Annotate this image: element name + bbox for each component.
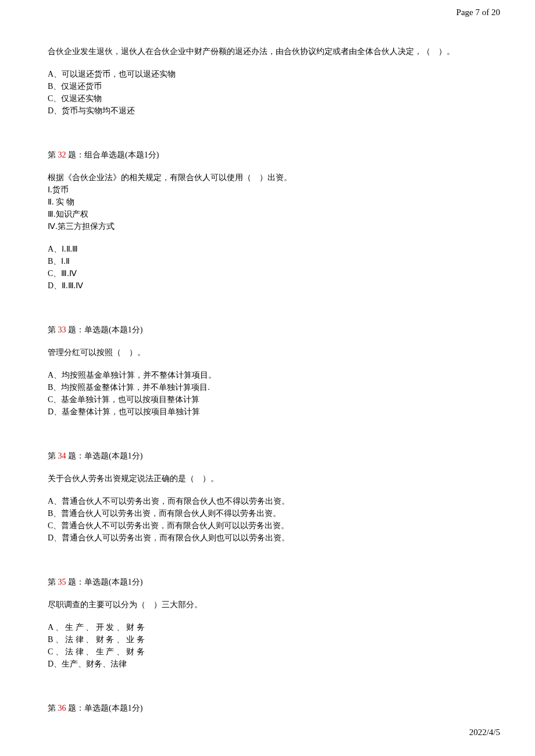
- option-c: C、仅退还实物: [48, 92, 490, 105]
- page-header: Page 7 of 20: [456, 6, 500, 19]
- question-35: 第 35 题：单选题(本题1分) 尽职调查的主要可以分为（ ）三大部分。 A 、…: [48, 576, 490, 670]
- question-prefix: 第: [48, 704, 58, 712]
- question-36: 第 36 题：单选题(本题1分): [48, 702, 490, 714]
- question-32-heading: 第 32 题：组合单选题(本题1分): [48, 149, 490, 161]
- option-a: A 、 生 产 、 开 发 、 财 务: [48, 621, 490, 633]
- option-b: B、均按照基金整体计算，并不单独计算项目.: [48, 381, 490, 393]
- option-b: B 、 法 律 、 财 务 、 业 务: [48, 633, 490, 646]
- question-33: 第 33 题：单选题(本题1分) 管理分红可以按照（ ）。 A、均按照基金单独计…: [48, 324, 490, 418]
- question-31-stem: 合伙企业发生退伙，退伙人在合伙企业中财产份额的退还办法，由合伙协议约定或者由全体…: [48, 45, 490, 58]
- question-suffix: 题：单选题(本题1分): [66, 578, 143, 586]
- question-33-stem: 管理分红可以按照（ ）。: [48, 346, 490, 359]
- question-34-stem: 关于合伙人劳务出资规定说法正确的是（ ）。: [48, 472, 490, 485]
- question-suffix: 题：单选题(本题1分): [66, 704, 143, 712]
- option-a: A、普通合伙人不可以劳务出资，而有限合伙人也不得以劳务出资。: [48, 495, 490, 507]
- question-31-options: A、可以退还货币，也可以退还实物 B、仅退还货币 C、仅退还实物 D、货币与实物…: [48, 68, 490, 117]
- option-c: C、Ⅲ.Ⅳ: [48, 267, 490, 280]
- option-a: A、可以退还货币，也可以退还实物: [48, 68, 490, 80]
- question-number: 34: [58, 452, 66, 460]
- option-b: B、普通合伙人可以劳务出资，而有限合伙人则不得以劳务出资。: [48, 507, 490, 519]
- option-a: A、均按照基金单独计算，并不整体计算项目。: [48, 369, 490, 381]
- question-prefix: 第: [48, 151, 58, 159]
- question-number: 33: [58, 325, 66, 334]
- question-33-options: A、均按照基金单独计算，并不整体计算项目。 B、均按照基金整体计算，并不单独计算…: [48, 369, 490, 418]
- question-34-options: A、普通合伙人不可以劳务出资，而有限合伙人也不得以劳务出资。 B、普通合伙人可以…: [48, 495, 490, 544]
- option-c: C、基金单独计算，也可以按项目整体计算: [48, 393, 490, 406]
- page-content: 合伙企业发生退伙，退伙人在合伙企业中财产份额的退还办法，由合伙协议约定或者由全体…: [48, 45, 490, 746]
- option-d: D、生产、财务、法律: [48, 658, 490, 670]
- option-d: D、Ⅱ.Ⅲ.Ⅳ: [48, 280, 490, 292]
- option-d: D、基金整体计算，也可以按项目单独计算: [48, 406, 490, 418]
- question-number: 35: [58, 578, 66, 586]
- question-prefix: 第: [48, 578, 58, 586]
- page-number: Page 7 of 20: [456, 8, 500, 17]
- option-b: B、仅退还货币: [48, 80, 490, 92]
- question-32: 第 32 题：组合单选题(本题1分) 根据《合伙企业法》的相关规定，有限合伙人可…: [48, 149, 490, 292]
- question-34: 第 34 题：单选题(本题1分) 关于合伙人劳务出资规定说法正确的是（ ）。 A…: [48, 450, 490, 544]
- question-prefix: 第: [48, 452, 58, 460]
- option-c: C 、 法 律 、 生 产 、 财 务: [48, 646, 490, 658]
- question-number: 32: [58, 151, 66, 159]
- question-32-options: A、Ⅰ.Ⅱ.Ⅲ B、Ⅰ.Ⅱ C、Ⅲ.Ⅳ D、Ⅱ.Ⅲ.Ⅳ: [48, 243, 490, 292]
- question-text: 管理分红可以按照（ ）。: [48, 346, 490, 359]
- option-c: C、普通合伙人不可以劳务出资，而有限合伙人则可以以劳务出资。: [48, 519, 490, 532]
- question-32-stem: 根据《合伙企业法》的相关规定，有限合伙人可以使用（ ）出资。 Ⅰ.货币 Ⅱ. 实…: [48, 171, 490, 232]
- question-31-partial: 合伙企业发生退伙，退伙人在合伙企业中财产份额的退还办法，由合伙协议约定或者由全体…: [48, 45, 490, 117]
- question-text: 尽职调查的主要可以分为（ ）三大部分。: [48, 599, 490, 611]
- question-suffix: 题：单选题(本题1分): [66, 325, 143, 334]
- question-number: 36: [58, 704, 66, 712]
- option-d: D、普通合伙人可以劳务出资，而有限合伙人则也可以以劳务出资。: [48, 532, 490, 544]
- question-suffix: 题：组合单选题(本题1分): [66, 151, 159, 159]
- question-33-heading: 第 33 题：单选题(本题1分): [48, 324, 490, 336]
- question-prefix: 第: [48, 325, 58, 334]
- question-text: 关于合伙人劳务出资规定说法正确的是（ ）。: [48, 472, 490, 485]
- option-d: D、货币与实物均不退还: [48, 105, 490, 117]
- question-35-options: A 、 生 产 、 开 发 、 财 务 B 、 法 律 、 财 务 、 业 务 …: [48, 621, 490, 670]
- question-text: 合伙企业发生退伙，退伙人在合伙企业中财产份额的退还办法，由合伙协议约定或者由全体…: [48, 45, 490, 58]
- option-b: B、Ⅰ.Ⅱ: [48, 255, 490, 267]
- question-34-heading: 第 34 题：单选题(本题1分): [48, 450, 490, 462]
- question-35-heading: 第 35 题：单选题(本题1分): [48, 576, 490, 588]
- question-suffix: 题：单选题(本题1分): [66, 452, 143, 460]
- question-item-3: Ⅲ.知识产权: [48, 208, 490, 220]
- question-item-2: Ⅱ. 实 物: [48, 196, 490, 208]
- page-footer: 2022/4/5: [469, 726, 500, 739]
- question-item-1: Ⅰ.货币: [48, 184, 490, 196]
- question-36-heading: 第 36 题：单选题(本题1分): [48, 702, 490, 714]
- question-text: 根据《合伙企业法》的相关规定，有限合伙人可以使用（ ）出资。: [48, 171, 490, 184]
- option-a: A、Ⅰ.Ⅱ.Ⅲ: [48, 243, 490, 255]
- question-35-stem: 尽职调查的主要可以分为（ ）三大部分。: [48, 599, 490, 611]
- footer-date: 2022/4/5: [469, 728, 500, 737]
- question-item-4: Ⅳ.第三方担保方式: [48, 220, 490, 232]
